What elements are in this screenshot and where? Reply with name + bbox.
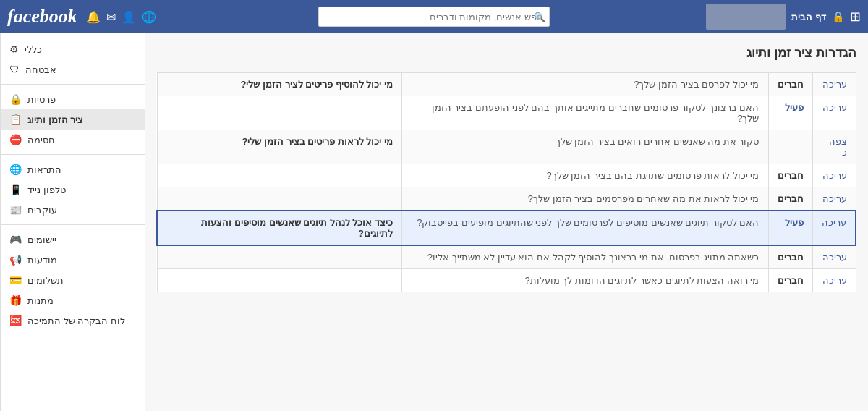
table-cell-action[interactable]: עריכה: [812, 164, 856, 187]
lock-icon: 🔒: [832, 11, 844, 22]
settings-table: עריכהחבריםמי יכול לפרסם בציר הזמן שלך?מי…: [156, 72, 856, 292]
table-cell-question-main: מי יכול לראות פריטים בציר הזמן שלי?: [157, 130, 402, 164]
nav-left: ⊞ 🔒 דף הבית: [706, 4, 861, 30]
sidebar-icon-timeline: 📋: [9, 114, 22, 125]
sidebar-icon-followers: 📰: [9, 204, 22, 216]
home-icon: ⊞: [850, 9, 861, 25]
content-area: הגדרות ציר זמן ותיוג עריכהחבריםמי יכול ל…: [145, 33, 868, 411]
table-cell-description: מי יכול לראות פרסומים שתויגת בהם בציר הז…: [402, 164, 768, 187]
table-cell-action[interactable]: עריכה: [812, 96, 856, 130]
sidebar-item-label-security: אבטחה: [25, 64, 56, 75]
nav-right: 🌐 👤 ✉ 🔔 facebook: [7, 6, 156, 27]
home-label[interactable]: דף הבית: [791, 12, 826, 22]
nav-icon-group: 🌐 👤 ✉ 🔔: [86, 10, 156, 24]
table-cell-value: חברים: [768, 269, 812, 292]
sidebar-item-general[interactable]: כללי ⚙: [1, 39, 145, 59]
facebook-logo: facebook: [7, 6, 77, 27]
table-row: עריכהפעילהאם ברצונך לסקור פרסומים שחברים…: [157, 96, 856, 130]
table-row: עריכהחבריםמי יכול לראות את מה שאחרים מפר…: [157, 187, 856, 211]
table-cell-value: [768, 130, 812, 164]
sidebar-item-blocking[interactable]: חסימה ⛔: [1, 130, 145, 150]
sidebar-divider: [1, 154, 145, 155]
sidebar-icon-security: 🛡: [9, 64, 20, 75]
sidebar-item-gifts[interactable]: מתנות 🎁: [1, 290, 145, 310]
table-cell-action[interactable]: עריכה: [812, 73, 856, 96]
sidebar-item-label-general: כללי: [25, 44, 42, 55]
sidebar-item-mobile[interactable]: טלפון נייד 📱: [1, 179, 145, 200]
table-cell-question-main: [157, 187, 402, 211]
sidebar-icon-ads: 📢: [9, 254, 22, 266]
sidebar-item-privacy[interactable]: פרטיות 🔒: [1, 89, 145, 109]
sidebar-icon-apps: 🎮: [9, 234, 22, 245]
sidebar-icon-alerts: 🌐: [9, 164, 22, 175]
search-icon: 🔍: [534, 12, 545, 22]
table-row: עריכהחבריםמי רואה הצעות לתיוגים כאשר לתי…: [157, 269, 856, 292]
user-thumbnail[interactable]: [706, 4, 786, 30]
sidebar-item-ads[interactable]: מודעות 📢: [1, 250, 145, 270]
sidebar-icon-payments: 💳: [9, 274, 22, 286]
sidebar-item-label-apps: יישומים: [27, 234, 56, 245]
sidebar-icon-privacy: 🔒: [9, 93, 22, 105]
sidebar-item-label-followers: עוקבים: [27, 205, 57, 216]
table-cell-action[interactable]: עריכה: [812, 245, 856, 269]
sidebar-item-payments[interactable]: תשלומים 💳: [1, 270, 145, 290]
sidebar-item-support[interactable]: לוח הבקרה של התמיכה 🆘: [1, 310, 145, 331]
table-cell-question-main: מי יכול להוסיף פריטים לציר הזמן שלי?: [157, 73, 402, 96]
main-container: הגדרות ציר זמן ותיוג עריכהחבריםמי יכול ל…: [0, 33, 868, 411]
table-cell-value: חברים: [768, 73, 812, 96]
sidebar-item-label-ads: מודעות: [27, 255, 57, 266]
table-row: עריכהחבריםמי יכול לפרסם בציר הזמן שלך?מי…: [157, 73, 856, 96]
sidebar-icon-blocking: ⛔: [9, 134, 22, 145]
table-cell-question-main: [157, 269, 402, 292]
sidebar-item-label-payments: תשלומים: [27, 275, 64, 286]
search-container: 🔍: [318, 7, 550, 27]
friend-icon[interactable]: 👤: [122, 10, 136, 24]
table-cell-description: האם לסקור תיוגים שאנשים מוסיפים לפרסומים…: [402, 211, 768, 245]
sidebar-icon-general: ⚙: [9, 43, 19, 55]
table-cell-question-main: [157, 245, 402, 269]
sidebar-item-label-mobile: טלפון נייד: [27, 185, 66, 195]
sidebar-divider: [1, 224, 145, 225]
table-cell-description: מי יכול לראות את מה שאחרים מפרסמים בציר …: [402, 187, 768, 211]
notification-icon[interactable]: 🔔: [86, 10, 101, 24]
table-cell-value: חברים: [768, 187, 812, 211]
sidebar-item-label-support: לוח הבקרה של התמיכה: [27, 315, 125, 326]
message-icon[interactable]: ✉: [106, 10, 116, 24]
sidebar-icon-support: 🆘: [9, 315, 22, 326]
table-cell-action[interactable]: צפה כ: [812, 130, 856, 164]
table-cell-value: חברים: [768, 245, 812, 269]
sidebar-item-alerts[interactable]: התראות 🌐: [1, 159, 145, 179]
table-cell-description: האם ברצונך לסקור פרסומים שחברים מתייגים …: [402, 96, 768, 130]
globe-icon[interactable]: 🌐: [142, 10, 156, 24]
sidebar-item-timeline[interactable]: ציר הזמן ותיוג 📋: [1, 109, 145, 130]
sidebar-item-apps[interactable]: יישומים 🎮: [1, 229, 145, 250]
sidebar-item-label-privacy: פרטיות: [27, 94, 56, 105]
sidebar-item-followers[interactable]: עוקבים 📰: [1, 200, 145, 220]
sidebar-icon-mobile: 📱: [9, 184, 22, 195]
sidebar-icon-gifts: 🎁: [9, 295, 22, 306]
table-cell-value: פעיל: [768, 96, 812, 130]
page-title: הגדרות ציר זמן ותיוג: [156, 45, 856, 61]
sidebar: כללי ⚙ אבטחה 🛡 פרטיות 🔒 ציר הזמן ותיוג 📋…: [0, 33, 145, 411]
table-cell-value: חברים: [768, 164, 812, 187]
sidebar-item-label-timeline: ציר הזמן ותיוג: [27, 114, 83, 125]
table-row: צפה כסקור את מה שאנשים אחרים רואים בציר …: [157, 130, 856, 164]
sidebar-divider: [1, 84, 145, 85]
table-row: עריכהפעילהאם לסקור תיוגים שאנשים מוסיפים…: [157, 211, 856, 245]
sidebar-item-label-blocking: חסימה: [27, 135, 55, 145]
table-cell-value: פעיל: [768, 211, 812, 245]
sidebar-item-security[interactable]: אבטחה 🛡: [1, 59, 145, 80]
table-cell-question-main: [157, 164, 402, 187]
search-input[interactable]: [318, 7, 550, 27]
table-cell-description: מי יכול לפרסם בציר הזמן שלך?: [402, 73, 768, 96]
table-cell-description: סקור את מה שאנשים אחרים רואים בציר הזמן …: [402, 130, 768, 164]
top-navigation: ⊞ 🔒 דף הבית 🔍 🌐 👤 ✉ 🔔 facebook: [0, 0, 868, 33]
table-row: עריכהחבריםמי יכול לראות פרסומים שתויגת ב…: [157, 164, 856, 187]
table-cell-action[interactable]: עריכה: [812, 269, 856, 292]
table-cell-action[interactable]: עריכה: [812, 211, 856, 245]
table-cell-question-main: [157, 96, 402, 130]
table-cell-action[interactable]: עריכה: [812, 187, 856, 211]
table-cell-description: מי רואה הצעות לתיוגים כאשר לתיוגים הדומו…: [402, 269, 768, 292]
sidebar-item-label-gifts: מתנות: [27, 295, 54, 306]
table-cell-question-main: כיצד אוכל לנהל תיוגים שאנשים מוסיפים והצ…: [157, 211, 402, 245]
